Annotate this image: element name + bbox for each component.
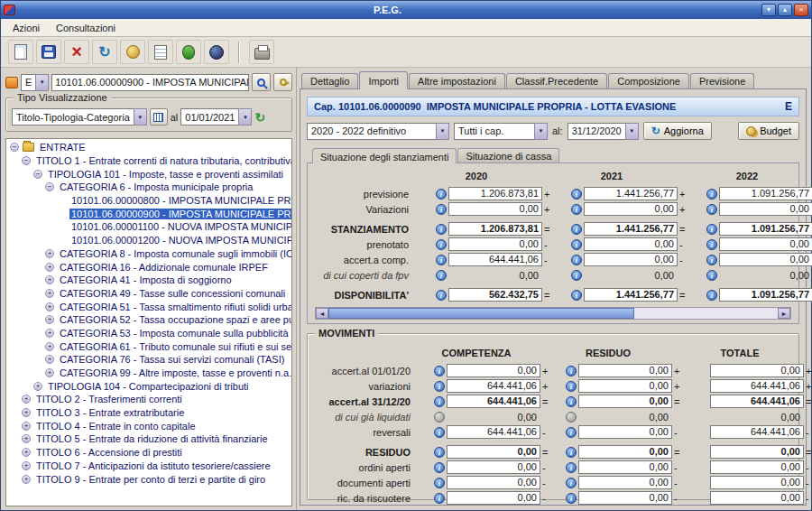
refresh-button[interactable] (92, 40, 117, 64)
key-button[interactable] (273, 73, 292, 91)
tree-expand-icon[interactable]: + (22, 408, 31, 417)
info-icon[interactable]: i (434, 396, 445, 407)
info-icon[interactable]: i (436, 290, 447, 301)
tree-expand-icon[interactable]: + (45, 342, 54, 351)
amount-field[interactable]: 0,00 (710, 460, 804, 474)
info-icon[interactable]: i (566, 462, 577, 473)
info-icon[interactable]: i (571, 224, 582, 235)
tree-expand-icon[interactable]: + (45, 289, 54, 298)
aggiorna-button[interactable]: ↻ Aggiorna (643, 122, 712, 140)
info-icon[interactable]: i (571, 189, 582, 200)
chevron-down-icon[interactable]: ▼ (625, 123, 639, 140)
tree-item[interactable]: 10101.06.00001100 - NUOVA IMPOSTA MUNICI… (6, 220, 291, 234)
tree-item[interactable]: +TITOLO 9 - Entrate per conto di terzi e… (6, 472, 291, 486)
budget-button[interactable]: Budget (738, 122, 799, 140)
tree-collapse-icon[interactable]: − (10, 143, 19, 152)
info-icon[interactable]: i (566, 478, 577, 488)
tree-expand-icon[interactable]: + (22, 448, 31, 457)
info-icon[interactable]: i (706, 270, 717, 281)
amount-field[interactable]: 0,00 (448, 237, 542, 251)
refresh-tree-icon[interactable]: ↻ (254, 111, 265, 124)
scroll-left-icon[interactable]: ◄ (316, 308, 328, 319)
tree-item[interactable]: +CATEGORIA 53 - Imposta comunale sulla p… (6, 327, 291, 340)
amount-field[interactable]: 0,00 (578, 476, 672, 489)
info-icon[interactable]: i (571, 239, 582, 250)
tab-dettaglio[interactable]: Dettaglio (301, 73, 358, 88)
tree-expand-icon[interactable]: + (45, 263, 54, 272)
tab-classif-precedente[interactable]: Classif.Precedente (506, 73, 607, 88)
shield-button[interactable] (176, 40, 201, 64)
tree-item[interactable]: −ENTRATE (6, 141, 291, 154)
tree-expand-icon[interactable]: + (22, 475, 31, 484)
tree-item[interactable]: +TITOLO 4 - Entrate in conto capitale (6, 419, 291, 432)
tree-item[interactable]: +TITOLO 6 - Accensione di prestiti (6, 446, 291, 460)
amount-field[interactable]: 0,00 (578, 395, 672, 408)
tree-item[interactable]: +CATEGORIA 61 - Tributo comunale sui rif… (6, 339, 291, 353)
amount-field[interactable]: 644.441,06 (710, 425, 804, 439)
tree-expand-icon[interactable]: + (45, 329, 54, 338)
info-icon[interactable]: i (566, 381, 577, 392)
tree-item[interactable]: −CATEGORIA 6 - Imposta municipale propri… (6, 181, 291, 194)
info-icon[interactable]: i (436, 255, 447, 265)
info-icon[interactable]: i (434, 366, 445, 376)
amount-field[interactable]: 0,00 (448, 202, 542, 216)
scrollbar-thumb[interactable] (328, 308, 634, 319)
amount-field[interactable]: 0,00 (447, 476, 540, 489)
tree-item[interactable]: +CATEGORIA 16 - Addizionale comunale IRP… (6, 260, 291, 274)
visualizzazione-combo[interactable]: Titolo-Tipologia-Categoria ▼ (12, 108, 147, 125)
amount-field[interactable]: 0,00 (447, 445, 540, 459)
amount-field[interactable]: 1.441.256,77 (584, 222, 678, 236)
info-icon[interactable]: i (436, 189, 447, 200)
tree-item[interactable]: +CATEGORIA 49 - Tasse sulle concessioni … (6, 287, 291, 301)
info-icon[interactable]: i (566, 396, 577, 407)
amount-field[interactable]: 0,00 (578, 460, 672, 474)
amount-field[interactable]: 0,00 (584, 253, 678, 266)
info-icon[interactable]: i (436, 204, 447, 215)
tree-expand-icon[interactable]: + (45, 249, 54, 258)
amount-field[interactable]: 644.441,06 (710, 395, 804, 408)
note-icon[interactable] (566, 412, 577, 423)
chevron-down-icon[interactable]: ▼ (134, 108, 147, 125)
tree-item[interactable]: +CATEGORIA 76 - Tassa sui servizi comuna… (6, 353, 291, 367)
info-icon[interactable]: i (434, 493, 445, 504)
tree-expand-icon[interactable]: + (22, 461, 31, 470)
amount-field[interactable]: 0,00 (447, 491, 540, 505)
amount-field[interactable]: 644.441,06 (448, 253, 542, 266)
horizontal-scrollbar[interactable]: ◄ ► (315, 307, 791, 320)
info-icon[interactable]: i (706, 189, 717, 200)
tree-item[interactable]: +TITOLO 2 - Trasferimenti correnti (6, 393, 291, 406)
scroll-right-icon[interactable]: ► (778, 308, 790, 319)
globe-button[interactable] (204, 40, 229, 64)
amount-field[interactable]: 0,00 (710, 476, 804, 489)
form-button[interactable] (148, 40, 173, 64)
chevron-down-icon[interactable]: ▼ (35, 74, 49, 91)
tree-expand-icon[interactable]: + (45, 355, 54, 364)
tree-expand-icon[interactable]: + (33, 382, 42, 391)
amount-field[interactable]: 0,00 (719, 253, 812, 266)
amount-field[interactable]: 1.206.873,81 (448, 222, 542, 236)
amount-field[interactable]: 644.441,06 (710, 379, 804, 393)
capitoli-filter-combo[interactable]: Tutti i cap. ▼ (454, 123, 548, 140)
amount-field[interactable]: 1.206.873,81 (448, 187, 542, 200)
info-icon[interactable]: i (571, 204, 582, 215)
report-button[interactable] (120, 40, 145, 64)
info-icon[interactable]: i (706, 239, 717, 250)
info-icon[interactable]: i (434, 447, 445, 458)
date-from-combo[interactable]: 01/01/2021 ▼ (180, 108, 252, 125)
bilancio-combo[interactable]: 2020 - 2022 definitivo ▼ (307, 123, 449, 140)
capitolo-search-input[interactable]: 10101.06.00000900 - IMPOSTA MUNICIPALE P… (51, 74, 249, 91)
tree-item[interactable]: +CATEGORIA 51 - Tassa smaltimento rifiut… (6, 300, 291, 313)
tipo-entrata-combo[interactable]: E ▼ (21, 74, 49, 91)
tree-item[interactable]: +TITOLO 5 - Entrate da riduzione di atti… (6, 432, 291, 446)
chevron-down-icon[interactable]: ▼ (436, 123, 449, 140)
tree-collapse-icon[interactable]: − (45, 182, 54, 191)
date-to-combo[interactable]: 31/12/2020 ▼ (567, 123, 639, 140)
amount-field[interactable]: 1.091.256,77 (719, 222, 812, 236)
amount-field[interactable]: 0,00 (578, 425, 672, 439)
tree-expand-icon[interactable]: + (45, 315, 54, 324)
tree-item[interactable]: +CATEGORIA 52 - Tassa occupazione spazi … (6, 313, 291, 327)
new-button[interactable] (8, 40, 33, 64)
save-button[interactable] (36, 40, 61, 64)
amount-field[interactable]: 0,00 (584, 202, 678, 216)
info-icon[interactable]: i (434, 478, 445, 488)
